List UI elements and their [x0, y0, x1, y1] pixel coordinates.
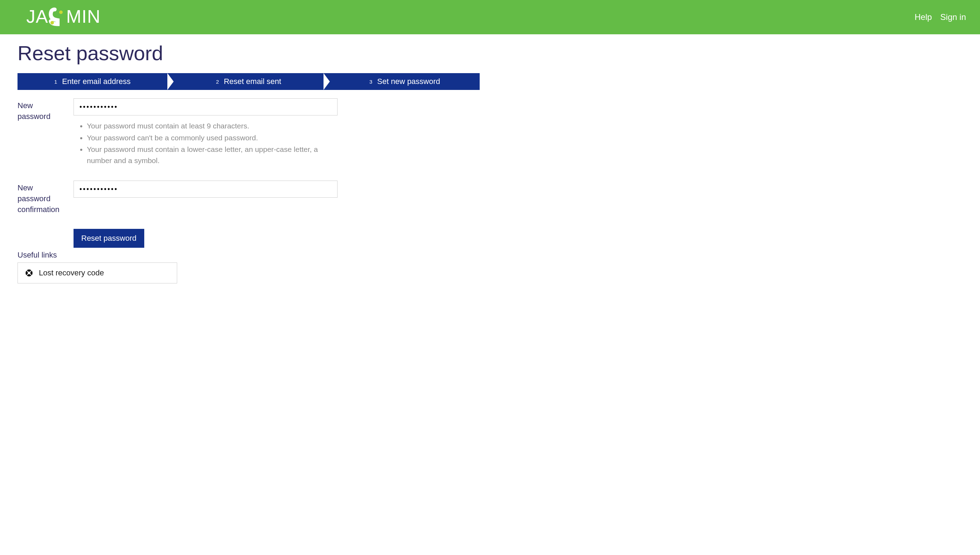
step-2-num: 2 — [216, 79, 219, 85]
step-2: 2 Reset email sent — [174, 73, 323, 90]
step-2-label: Reset email sent — [224, 77, 281, 86]
step-3-num: 3 — [370, 79, 372, 85]
new-password-label: New password — [18, 98, 74, 122]
page-title: Reset password — [18, 41, 480, 65]
nav-links: Help Sign in — [914, 12, 966, 22]
step-arrow-icon — [167, 73, 174, 90]
svg-point-2 — [50, 21, 54, 24]
life-ring-icon — [25, 269, 33, 277]
svg-text:JA: JA — [26, 6, 48, 27]
progress-steps: 1 Enter email address 2 Reset email sent… — [18, 73, 480, 90]
lost-recovery-code-link[interactable]: Lost recovery code — [18, 263, 177, 284]
submit-row: Reset password — [18, 229, 480, 248]
svg-point-5 — [28, 271, 31, 274]
main-container: Reset password 1 Enter email address 2 R… — [0, 34, 497, 290]
step-arrow-icon — [323, 73, 330, 90]
password-hints: Your password must contain at least 9 ch… — [74, 120, 337, 166]
password-hint-2: Your password can't be a commonly used p… — [87, 132, 337, 143]
svg-point-1 — [59, 11, 63, 14]
new-password-confirm-input[interactable] — [74, 181, 337, 198]
step-1-num: 1 — [54, 79, 57, 85]
top-header: JA MIN Help Sign in — [0, 0, 980, 34]
step-3: 3 Set new password — [330, 73, 480, 90]
jasmin-logo-svg: JA MIN — [26, 6, 131, 28]
password-hint-3: Your password must contain a lower-case … — [87, 144, 337, 166]
new-password-confirm-row: New password confirmation — [18, 181, 480, 215]
password-hint-1: Your password must contain at least 9 ch… — [87, 120, 337, 132]
step-1: 1 Enter email address — [18, 73, 167, 90]
useful-links-section: Useful links Lost recovery code — [18, 250, 480, 284]
lost-recovery-code-label: Lost recovery code — [39, 268, 104, 278]
logo[interactable]: JA MIN — [26, 6, 131, 28]
useful-links-heading: Useful links — [18, 250, 480, 260]
signin-link[interactable]: Sign in — [940, 12, 966, 22]
new-password-row: New password Your password must contain … — [18, 98, 480, 167]
reset-password-button[interactable]: Reset password — [74, 229, 144, 248]
help-link[interactable]: Help — [914, 12, 932, 22]
svg-text:MIN: MIN — [66, 6, 101, 27]
step-3-label: Set new password — [377, 77, 440, 86]
new-password-field-wrap: Your password must contain at least 9 ch… — [74, 98, 337, 167]
new-password-confirm-label: New password confirmation — [18, 181, 74, 215]
new-password-input[interactable] — [74, 98, 337, 115]
step-1-label: Enter email address — [62, 77, 130, 86]
new-password-confirm-field-wrap — [74, 181, 337, 198]
